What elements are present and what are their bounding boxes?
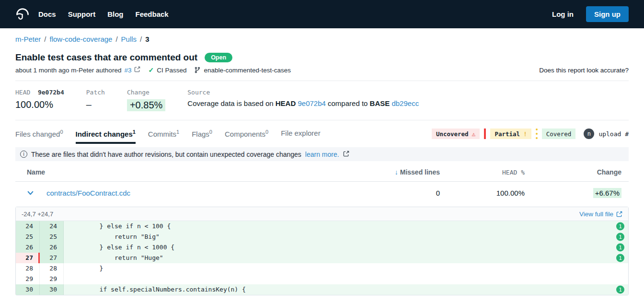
column-change[interactable]: Change <box>525 168 621 176</box>
source-description: Coverage data is based on HEAD 9e072b4 c… <box>187 99 419 107</box>
source-head-word: HEAD <box>276 99 296 107</box>
code-text: return "Huge" <box>64 253 628 263</box>
change-value: +6.67% <box>593 188 621 198</box>
code-text: if self.specialNumbers.containsKey(n) { <box>64 284 628 295</box>
hit-count-badge: 1 <box>616 244 624 252</box>
git-branch-icon <box>194 67 201 73</box>
file-link[interactable]: contracts/FooContract.cdc <box>46 189 130 197</box>
breadcrumb-pulls[interactable]: Pulls <box>121 35 137 43</box>
uncovered-bar-sample <box>484 129 486 139</box>
chevron-down-icon[interactable] <box>27 189 34 197</box>
signup-button[interactable]: Sign up <box>586 6 629 22</box>
head-line-number: 28 <box>40 263 64 274</box>
external-link-icon <box>616 211 622 217</box>
head-sha: 9e072b4 <box>38 89 64 96</box>
authored-text: about 1 month ago m-Peter authored <box>15 67 121 74</box>
ci-check-icon: ✓ <box>148 66 154 74</box>
code-line[interactable]: 2424 } else if n < 100 { 1 <box>16 221 628 232</box>
source-head-sha-link[interactable]: 9e072b4 <box>298 99 325 107</box>
breadcrumb-separator: / <box>115 35 117 43</box>
hit-count-badge: 1 <box>616 286 624 294</box>
info-banner: i These are files that didn't have autho… <box>15 147 629 161</box>
head-label: HEAD <box>15 89 30 96</box>
head-line-number: 29 <box>40 274 64 284</box>
base-line-number: 28 <box>16 263 40 274</box>
hit-count-badge: 1 <box>616 233 624 241</box>
info-icon: i <box>20 151 27 158</box>
stat-change: Change +0.85% <box>127 89 165 111</box>
learn-more-link[interactable]: learn more. <box>305 151 339 158</box>
code-line[interactable]: 3030 if self.specialNumbers.containsKey(… <box>16 284 628 295</box>
head-line-number: 24 <box>40 221 64 232</box>
upload-avatar: n <box>584 129 594 139</box>
source-text: Coverage data is based on <box>187 99 275 107</box>
stat-patch: Patch – <box>86 89 105 111</box>
nav-link-feedback[interactable]: Feedback <box>136 10 169 18</box>
hit-count-badge: 1 <box>616 254 624 262</box>
external-link-icon[interactable] <box>134 66 140 74</box>
code-lines: 2424 } else if n < 100 { 1 2525 return "… <box>16 221 628 295</box>
breadcrumb-owner[interactable]: m-Peter <box>15 35 41 43</box>
patch-label: Patch <box>86 89 105 96</box>
breadcrumb-repo[interactable]: flow-code-coverage <box>50 35 113 43</box>
code-text: return "Big" <box>64 232 628 242</box>
breadcrumb-separator: / <box>44 35 46 43</box>
view-full-file-link[interactable]: View full file <box>579 210 622 218</box>
source-text: compared to <box>326 99 370 107</box>
breadcrumb-separator: / <box>140 35 142 43</box>
login-link[interactable]: Log in <box>552 10 574 18</box>
hit-count-badge: 1 <box>616 222 624 231</box>
table-row: contracts/FooContract.cdc 0 100.00% +6.6… <box>15 182 629 204</box>
code-line[interactable]: 2929 <box>16 274 628 284</box>
pr-number-link[interactable]: #3 <box>124 67 131 74</box>
report-tabs: Files changed0 Indirect changes1 Commits… <box>15 129 321 144</box>
breadcrumb-pr-number: 3 <box>145 35 149 43</box>
tab-flags[interactable]: Flags0 <box>192 129 212 144</box>
diff-viewer: -24,7 +24,7 View full file 2424 } else i… <box>15 207 629 295</box>
coverage-legend: Uncovered ⚠ Partial ! Covered n upload # <box>432 129 629 144</box>
nav-link-support[interactable]: Support <box>68 10 96 18</box>
status-badge: Open <box>205 53 232 62</box>
tab-commits[interactable]: Commits1 <box>148 129 179 144</box>
codecov-umbrella-icon[interactable] <box>15 7 30 22</box>
code-text: } else if n < 100 { <box>64 221 628 232</box>
legend-partial: Partial ! <box>490 129 531 139</box>
tab-components[interactable]: Components0 <box>225 129 268 144</box>
nav-link-docs[interactable]: Docs <box>38 10 56 18</box>
head-coverage-value: 100.00% <box>15 99 64 110</box>
code-text: } <box>64 263 628 274</box>
external-link-icon[interactable] <box>343 151 349 158</box>
column-head-percent[interactable]: HEAD % <box>440 169 525 176</box>
column-missed-lines[interactable]: ↓ Missed lines <box>354 168 440 176</box>
coverage-stats: HEAD 9e072b4 100.00% Patch – Change +0.8… <box>15 81 629 120</box>
tab-indirect-changes[interactable]: Indirect changes1 <box>76 129 136 144</box>
legend-covered: Covered <box>542 129 576 139</box>
nav-link-blog[interactable]: Blog <box>107 10 123 18</box>
tab-files-changed[interactable]: Files changed0 <box>15 129 63 144</box>
base-line-number: 27 <box>16 253 40 263</box>
tab-file-explorer[interactable]: File explorer <box>281 129 321 144</box>
base-line-number: 29 <box>16 274 40 284</box>
report-accuracy-prompt[interactable]: Does this report look accurate? <box>539 67 629 74</box>
code-line[interactable]: 2525 return "Big" 1 <box>16 232 628 242</box>
nav-links: Docs Support Blog Feedback <box>38 10 169 18</box>
column-name[interactable]: Name <box>27 168 354 176</box>
change-label: Change <box>127 89 165 96</box>
code-line[interactable]: 2727 return "Huge" 1 <box>16 253 628 263</box>
head-percent-value: 100.00% <box>440 189 525 197</box>
files-table-header: Name ↓ Missed lines HEAD % Change <box>15 161 629 182</box>
source-base-sha-link[interactable]: db29ecc <box>391 99 419 107</box>
patch-value: – <box>86 99 105 110</box>
code-line[interactable]: 2828 } <box>16 263 628 274</box>
warning-triangle-icon: ⚠ <box>472 130 476 138</box>
ci-status: CI Passed <box>157 67 186 74</box>
code-line[interactable]: 2626 } else if n < 1000 { 1 <box>16 242 628 253</box>
head-line-number: 25 <box>40 232 64 242</box>
navbar: Docs Support Blog Feedback Log in Sign u… <box>0 0 644 28</box>
code-text: } else if n < 1000 { <box>64 242 628 253</box>
upload-label: upload # <box>598 130 629 138</box>
base-line-number: 30 <box>16 284 40 295</box>
branch-name: enable-commented-test-cases <box>204 67 291 74</box>
head-line-number: 30 <box>40 284 64 295</box>
hunk-header: -24,7 +24,7 <box>22 210 53 218</box>
